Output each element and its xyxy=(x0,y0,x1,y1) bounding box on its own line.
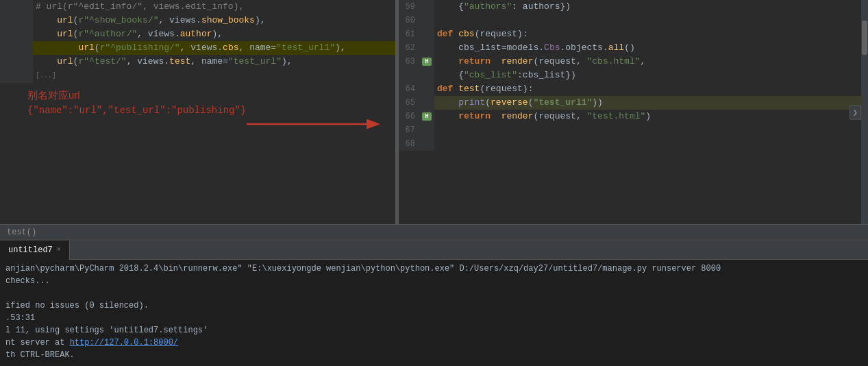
terminal-content: anjian\pycharm\PyCharm 2018.2.4\bin\runn… xyxy=(0,260,868,364)
terminal-panel: untitled7 × anjian\pycharm\PyCharm 2018.… xyxy=(0,239,868,366)
code-line: 61 def cbs(request): xyxy=(399,27,868,41)
line-gutter xyxy=(419,41,434,55)
code-line: 68 xyxy=(399,137,868,151)
server-link[interactable]: http://127.0.0.1:8000/ xyxy=(70,338,178,347)
code-line-highlighted: 65 print(reverse("test_url1")) xyxy=(399,96,868,110)
status-function: test() xyxy=(7,228,36,237)
line-gutter xyxy=(21,27,33,41)
code-line: # url(r"^edit_info/", views.edit_info), xyxy=(0,0,395,14)
terminal-line: th CTRL-BREAK. xyxy=(5,349,863,361)
left-code-content: # url(r"^edit_info/", views.edit_info), … xyxy=(0,0,395,83)
line-code xyxy=(434,14,868,27)
line-code: {"authors": authors}) xyxy=(434,0,868,14)
line-code: # url(r"^edit_info/", views.edit_info), xyxy=(33,0,395,14)
line-number: 65 xyxy=(399,96,419,110)
line-gutter xyxy=(21,14,33,27)
terminal-line: nt server at http://127.0.0.1:8000/ xyxy=(5,337,863,349)
h-icon: H xyxy=(422,58,432,66)
terminal-tab-active[interactable]: untitled7 × xyxy=(0,241,70,260)
right-scrollbar[interactable] xyxy=(861,0,868,224)
code-line: url(r"^author/", views.author), xyxy=(0,27,395,41)
line-gutter xyxy=(419,96,434,110)
right-pane: 59 {"authors": authors}) 60 61 def cbs(r… xyxy=(399,0,868,224)
line-gutter: H xyxy=(419,110,434,123)
line-code: def cbs(request): xyxy=(434,27,868,41)
line-code: def test(request): xyxy=(434,82,868,96)
terminal-line: checks... xyxy=(5,275,863,287)
terminal-line: ified no issues (0 silenced). xyxy=(5,300,863,312)
line-number xyxy=(399,69,419,82)
expand-arrow[interactable]: ❯ xyxy=(850,105,861,119)
line-gutter xyxy=(419,82,434,96)
line-code xyxy=(434,123,868,137)
code-line: 59 {"authors": authors}) xyxy=(399,0,868,14)
line-number xyxy=(0,69,21,83)
line-number: 61 xyxy=(399,27,419,41)
h-icon: H xyxy=(422,112,432,121)
line-gutter xyxy=(419,27,434,41)
code-line: 63 H return render(request, "cbs.html", xyxy=(399,55,868,69)
line-gutter xyxy=(21,0,33,14)
line-code: return render(request, "test.html") xyxy=(434,110,868,123)
line-number: 63 xyxy=(399,55,419,69)
code-line: 62 cbs_list=models.Cbs.objects.all() xyxy=(399,41,868,55)
line-code: return render(request, "cbs.html", xyxy=(434,55,868,69)
code-line: 66 H return render(request, "test.html") xyxy=(399,110,868,123)
terminal-line: l 11, using settings 'untitled7.settings… xyxy=(5,324,863,337)
line-code: print(reverse("test_url1")) xyxy=(434,96,868,110)
terminal-tabs: untitled7 × xyxy=(0,241,868,260)
terminal-line xyxy=(5,287,863,300)
code-line: [...] xyxy=(0,69,395,83)
terminal-line: anjian\pycharm\PyCharm 2018.2.4\bin\runn… xyxy=(5,263,863,275)
line-code: url(r"^show_books/", views.show_books), xyxy=(33,14,395,27)
line-number xyxy=(0,14,21,27)
line-code: url(r"^publishing/", views.cbs, name="te… xyxy=(33,41,395,55)
line-gutter xyxy=(419,69,434,82)
line-gutter: H xyxy=(419,55,434,69)
line-number xyxy=(0,27,21,41)
line-number: 64 xyxy=(399,82,419,96)
code-line: {"cbs_list":cbs_list}) xyxy=(399,69,868,82)
line-code xyxy=(434,137,868,151)
code-line: url(r"^test/", views.test, name="test_ur… xyxy=(0,55,395,69)
annotation-line1: 别名对应url xyxy=(27,88,246,103)
editor-status-bar: test() xyxy=(0,224,868,239)
line-code: {"cbs_list":cbs_list}) xyxy=(434,69,868,82)
line-number xyxy=(0,55,21,69)
line-number: 59 xyxy=(399,0,419,14)
line-code: url(r"^test/", views.test, name="test_ur… xyxy=(33,55,395,69)
line-number: 62 xyxy=(399,41,419,55)
line-gutter xyxy=(21,69,33,83)
line-number xyxy=(0,41,21,55)
left-pane: # url(r"^edit_info/", views.edit_info), … xyxy=(0,0,396,224)
terminal-line: .53:31 xyxy=(5,312,863,324)
line-number: 66 xyxy=(399,110,419,123)
line-code: [...] xyxy=(33,69,395,83)
line-code: url(r"^author/", views.author), xyxy=(33,27,395,41)
annotation-arrow xyxy=(243,114,387,134)
annotation-line2: {"name":"url","test_url":"publishing"} xyxy=(27,103,246,118)
code-line-highlighted: url(r"^publishing/", views.cbs, name="te… xyxy=(0,41,395,55)
line-number: 67 xyxy=(399,123,419,137)
scrollbar-thumb[interactable] xyxy=(862,21,867,55)
terminal-tab-close[interactable]: × xyxy=(57,246,61,254)
terminal-tab-label: untitled7 xyxy=(8,245,53,255)
line-gutter xyxy=(419,123,434,137)
code-line: url(r"^show_books/", views.show_books), xyxy=(0,14,395,27)
line-number: 68 xyxy=(399,137,419,151)
line-gutter xyxy=(21,41,33,55)
line-gutter xyxy=(419,137,434,151)
line-number xyxy=(0,0,21,14)
code-line: 67 xyxy=(399,123,868,137)
line-gutter xyxy=(21,55,33,69)
line-number: 60 xyxy=(399,14,419,27)
annotation-box: 别名对应url {"name":"url","test_url":"publis… xyxy=(27,88,246,118)
line-gutter xyxy=(419,0,434,14)
line-gutter xyxy=(419,14,434,27)
main-container: # url(r"^edit_info/", views.edit_info), … xyxy=(0,0,868,366)
editor-area: # url(r"^edit_info/", views.edit_info), … xyxy=(0,0,868,224)
line-code: cbs_list=models.Cbs.objects.all() xyxy=(434,41,868,55)
code-line: 64 def test(request): xyxy=(399,82,868,96)
code-line: 60 xyxy=(399,14,868,27)
